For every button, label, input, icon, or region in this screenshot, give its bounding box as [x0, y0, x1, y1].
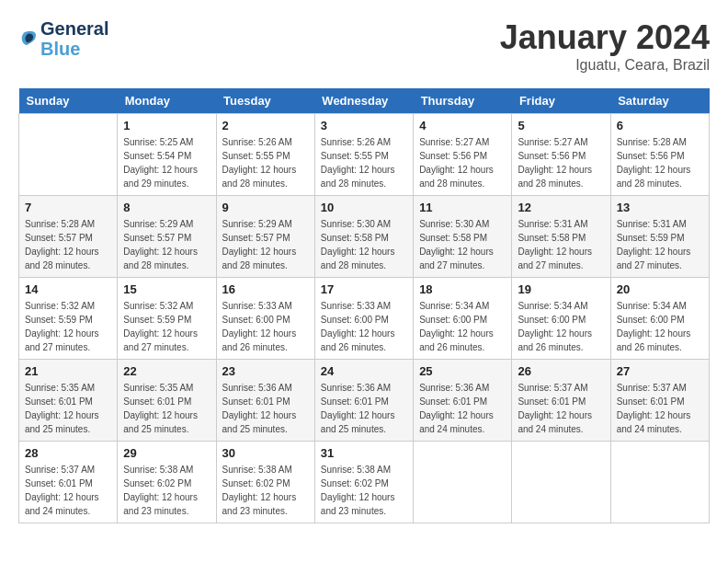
- calendar-cell: 25Sunrise: 5:36 AMSunset: 6:01 PMDayligh…: [414, 360, 512, 442]
- header-sunday: Sunday: [19, 88, 118, 114]
- title-block: January 2024 Iguatu, Ceara, Brazil: [500, 18, 710, 74]
- calendar-cell: 10Sunrise: 5:30 AMSunset: 5:58 PMDayligh…: [314, 196, 413, 278]
- calendar-table: SundayMondayTuesdayWednesdayThursdayFrid…: [18, 88, 710, 523]
- logo-text-line2: Blue: [40, 39, 108, 59]
- logo-text-line1: General: [40, 18, 108, 39]
- day-number: 15: [123, 282, 210, 296]
- day-number: 3: [321, 119, 407, 132]
- calendar-cell: [512, 442, 610, 523]
- calendar-cell: 29Sunrise: 5:38 AMSunset: 6:02 PMDayligh…: [118, 442, 216, 523]
- calendar-cell: 5Sunrise: 5:27 AMSunset: 5:56 PMDaylight…: [512, 114, 610, 196]
- calendar-week-3: 14Sunrise: 5:32 AMSunset: 5:59 PMDayligh…: [19, 278, 710, 360]
- day-info: Sunrise: 5:37 AMSunset: 6:01 PMDaylight:…: [617, 381, 703, 436]
- calendar-cell: 20Sunrise: 5:34 AMSunset: 6:00 PMDayligh…: [610, 278, 709, 360]
- logo-icon: [18, 29, 39, 49]
- calendar-cell: 27Sunrise: 5:37 AMSunset: 6:01 PMDayligh…: [610, 360, 709, 442]
- calendar-cell: 23Sunrise: 5:36 AMSunset: 6:01 PMDayligh…: [216, 360, 314, 442]
- day-number: 25: [419, 364, 506, 378]
- day-info: Sunrise: 5:38 AMSunset: 6:02 PMDaylight:…: [222, 463, 309, 518]
- day-number: 16: [222, 282, 309, 296]
- calendar-cell: 12Sunrise: 5:31 AMSunset: 5:58 PMDayligh…: [512, 196, 610, 278]
- calendar-cell: 15Sunrise: 5:32 AMSunset: 5:59 PMDayligh…: [118, 278, 216, 360]
- header-thursday: Thursday: [414, 88, 512, 114]
- month-year-title: January 2024: [500, 18, 710, 57]
- day-info: Sunrise: 5:32 AMSunset: 5:59 PMDaylight:…: [123, 299, 210, 354]
- day-info: Sunrise: 5:31 AMSunset: 5:58 PMDaylight:…: [518, 217, 604, 272]
- calendar-cell: 30Sunrise: 5:38 AMSunset: 6:02 PMDayligh…: [216, 442, 314, 523]
- day-info: Sunrise: 5:34 AMSunset: 6:00 PMDaylight:…: [419, 299, 506, 354]
- day-info: Sunrise: 5:36 AMSunset: 6:01 PMDaylight:…: [222, 381, 309, 436]
- header-wednesday: Wednesday: [314, 88, 413, 114]
- day-info: Sunrise: 5:34 AMSunset: 6:00 PMDaylight:…: [518, 299, 604, 354]
- calendar-cell: [610, 442, 709, 523]
- calendar-week-2: 7Sunrise: 5:28 AMSunset: 5:57 PMDaylight…: [19, 196, 710, 278]
- calendar-cell: 14Sunrise: 5:32 AMSunset: 5:59 PMDayligh…: [19, 278, 118, 360]
- calendar-cell: 26Sunrise: 5:37 AMSunset: 6:01 PMDayligh…: [512, 360, 610, 442]
- calendar-cell: 21Sunrise: 5:35 AMSunset: 6:01 PMDayligh…: [19, 360, 118, 442]
- header-tuesday: Tuesday: [216, 88, 314, 114]
- day-info: Sunrise: 5:37 AMSunset: 6:01 PMDaylight:…: [518, 381, 604, 436]
- day-info: Sunrise: 5:33 AMSunset: 6:00 PMDaylight:…: [321, 299, 407, 354]
- calendar-cell: 8Sunrise: 5:29 AMSunset: 5:57 PMDaylight…: [118, 196, 216, 278]
- day-number: 8: [123, 201, 210, 214]
- day-number: 28: [25, 446, 111, 460]
- day-number: 5: [518, 119, 604, 132]
- day-info: Sunrise: 5:30 AMSunset: 5:58 PMDaylight:…: [321, 217, 407, 272]
- day-info: Sunrise: 5:36 AMSunset: 6:01 PMDaylight:…: [321, 381, 407, 436]
- calendar-cell: 18Sunrise: 5:34 AMSunset: 6:00 PMDayligh…: [414, 278, 512, 360]
- calendar-cell: [414, 442, 512, 523]
- location-subtitle: Iguatu, Ceara, Brazil: [500, 57, 710, 74]
- day-number: 17: [321, 282, 407, 296]
- day-number: 4: [419, 119, 506, 132]
- day-number: 9: [222, 201, 309, 214]
- day-number: 10: [321, 201, 407, 214]
- day-number: 19: [518, 282, 604, 296]
- calendar-cell: 19Sunrise: 5:34 AMSunset: 6:00 PMDayligh…: [512, 278, 610, 360]
- day-number: 1: [123, 119, 210, 132]
- calendar-cell: 9Sunrise: 5:29 AMSunset: 5:57 PMDaylight…: [216, 196, 314, 278]
- day-info: Sunrise: 5:35 AMSunset: 6:01 PMDaylight:…: [123, 381, 210, 436]
- logo: General Blue: [18, 18, 108, 59]
- day-number: 29: [123, 446, 210, 460]
- calendar-cell: 11Sunrise: 5:30 AMSunset: 5:58 PMDayligh…: [414, 196, 512, 278]
- day-number: 22: [123, 364, 210, 378]
- calendar-cell: 31Sunrise: 5:38 AMSunset: 6:02 PMDayligh…: [314, 442, 413, 523]
- calendar-cell: 16Sunrise: 5:33 AMSunset: 6:00 PMDayligh…: [216, 278, 314, 360]
- day-info: Sunrise: 5:28 AMSunset: 5:56 PMDaylight:…: [617, 135, 703, 190]
- calendar-cell: 2Sunrise: 5:26 AMSunset: 5:55 PMDaylight…: [216, 114, 314, 196]
- day-info: Sunrise: 5:32 AMSunset: 5:59 PMDaylight:…: [25, 299, 111, 354]
- calendar-week-4: 21Sunrise: 5:35 AMSunset: 6:01 PMDayligh…: [19, 360, 710, 442]
- day-info: Sunrise: 5:36 AMSunset: 6:01 PMDaylight:…: [419, 381, 506, 436]
- day-info: Sunrise: 5:28 AMSunset: 5:57 PMDaylight:…: [25, 217, 111, 272]
- day-number: 7: [25, 201, 111, 214]
- calendar-week-5: 28Sunrise: 5:37 AMSunset: 6:01 PMDayligh…: [19, 442, 710, 523]
- day-info: Sunrise: 5:29 AMSunset: 5:57 PMDaylight:…: [222, 217, 309, 272]
- calendar-cell: [19, 114, 118, 196]
- day-info: Sunrise: 5:26 AMSunset: 5:55 PMDaylight:…: [321, 135, 407, 190]
- calendar-cell: 3Sunrise: 5:26 AMSunset: 5:55 PMDaylight…: [314, 114, 413, 196]
- day-number: 2: [222, 119, 309, 132]
- day-number: 12: [518, 201, 604, 214]
- day-number: 24: [321, 364, 407, 378]
- day-info: Sunrise: 5:33 AMSunset: 6:00 PMDaylight:…: [222, 299, 309, 354]
- day-number: 14: [25, 282, 111, 296]
- day-number: 13: [617, 201, 703, 214]
- calendar-cell: 28Sunrise: 5:37 AMSunset: 6:01 PMDayligh…: [19, 442, 118, 523]
- day-number: 31: [321, 446, 407, 460]
- calendar-cell: 17Sunrise: 5:33 AMSunset: 6:00 PMDayligh…: [314, 278, 413, 360]
- day-number: 27: [617, 364, 703, 378]
- calendar-header-row: SundayMondayTuesdayWednesdayThursdayFrid…: [19, 88, 710, 114]
- day-number: 21: [25, 364, 111, 378]
- calendar-cell: 24Sunrise: 5:36 AMSunset: 6:01 PMDayligh…: [314, 360, 413, 442]
- day-info: Sunrise: 5:37 AMSunset: 6:01 PMDaylight:…: [25, 463, 111, 518]
- day-info: Sunrise: 5:26 AMSunset: 5:55 PMDaylight:…: [222, 135, 309, 190]
- header-monday: Monday: [118, 88, 216, 114]
- day-info: Sunrise: 5:27 AMSunset: 5:56 PMDaylight:…: [419, 135, 506, 190]
- calendar-week-1: 1Sunrise: 5:25 AMSunset: 5:54 PMDaylight…: [19, 114, 710, 196]
- header-friday: Friday: [512, 88, 610, 114]
- day-number: 26: [518, 364, 604, 378]
- day-info: Sunrise: 5:31 AMSunset: 5:59 PMDaylight:…: [617, 217, 703, 272]
- day-info: Sunrise: 5:38 AMSunset: 6:02 PMDaylight:…: [321, 463, 407, 518]
- day-info: Sunrise: 5:29 AMSunset: 5:57 PMDaylight:…: [123, 217, 210, 272]
- calendar-cell: 6Sunrise: 5:28 AMSunset: 5:56 PMDaylight…: [610, 114, 709, 196]
